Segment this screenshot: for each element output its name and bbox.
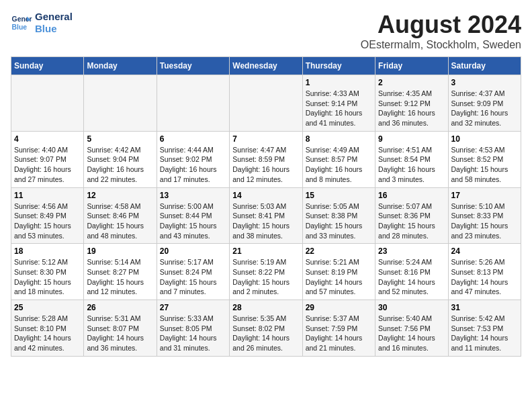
day-number: 19: [87, 246, 153, 256]
day-cell: 6Sunrise: 4:44 AM Sunset: 9:02 PM Daylig…: [157, 131, 229, 187]
day-number: 15: [306, 191, 372, 200]
day-content: Sunrise: 4:35 AM Sunset: 9:12 PM Dayligh…: [378, 89, 445, 128]
day-content: Sunrise: 5:12 AM Sunset: 8:30 PM Dayligh…: [14, 257, 81, 297]
week-row-5: 25Sunrise: 5:28 AM Sunset: 8:10 PM Dayli…: [11, 300, 521, 357]
day-content: Sunrise: 4:37 AM Sunset: 9:09 PM Dayligh…: [451, 89, 518, 128]
day-cell: 3Sunrise: 4:37 AM Sunset: 9:09 PM Daylig…: [448, 75, 521, 132]
day-number: 7: [232, 134, 299, 144]
day-content: Sunrise: 5:03 AM Sunset: 8:41 PM Dayligh…: [232, 201, 299, 241]
week-row-3: 11Sunrise: 4:56 AM Sunset: 8:49 PM Dayli…: [11, 187, 521, 244]
day-number: 28: [232, 303, 299, 312]
day-number: 21: [232, 246, 299, 256]
day-number: 3: [451, 78, 518, 87]
day-cell: 31Sunrise: 5:42 AM Sunset: 7:53 PM Dayli…: [448, 300, 521, 357]
day-content: Sunrise: 4:33 AM Sunset: 9:14 PM Dayligh…: [306, 89, 372, 128]
day-number: 29: [306, 303, 372, 312]
day-cell: [84, 75, 157, 132]
day-number: 22: [306, 246, 372, 256]
day-number: 18: [14, 246, 81, 256]
day-content: Sunrise: 5:33 AM Sunset: 8:05 PM Dayligh…: [160, 314, 226, 353]
day-cell: 5Sunrise: 4:42 AM Sunset: 9:04 PM Daylig…: [84, 131, 157, 187]
header-cell-monday: Monday: [84, 57, 157, 75]
logo-line1: General: [35, 11, 73, 23]
header-cell-wednesday: Wednesday: [230, 57, 302, 75]
day-cell: 30Sunrise: 5:40 AM Sunset: 7:56 PM Dayli…: [375, 300, 448, 357]
day-cell: 18Sunrise: 5:12 AM Sunset: 8:30 PM Dayli…: [11, 244, 84, 300]
day-cell: 13Sunrise: 5:00 AM Sunset: 8:44 PM Dayli…: [157, 187, 229, 244]
day-number: 1: [306, 78, 372, 87]
day-cell: 1Sunrise: 4:33 AM Sunset: 9:14 PM Daylig…: [302, 75, 375, 132]
day-number: 25: [14, 303, 81, 312]
day-number: 13: [160, 191, 226, 200]
day-cell: 22Sunrise: 5:21 AM Sunset: 8:19 PM Dayli…: [302, 244, 375, 300]
day-content: Sunrise: 5:24 AM Sunset: 8:16 PM Dayligh…: [378, 257, 445, 297]
day-number: 8: [306, 134, 372, 144]
day-cell: 9Sunrise: 4:51 AM Sunset: 8:54 PM Daylig…: [375, 131, 448, 187]
title-block: August 2024 OEstermalm, Stockholm, Swede…: [361, 11, 521, 51]
day-cell: 27Sunrise: 5:33 AM Sunset: 8:05 PM Dayli…: [157, 300, 229, 357]
day-cell: 15Sunrise: 5:05 AM Sunset: 8:38 PM Dayli…: [302, 187, 375, 244]
main-title: August 2024: [361, 11, 521, 39]
day-number: 20: [160, 246, 226, 256]
day-content: Sunrise: 4:51 AM Sunset: 8:54 PM Dayligh…: [378, 145, 445, 185]
week-row-1: 1Sunrise: 4:33 AM Sunset: 9:14 PM Daylig…: [11, 75, 521, 132]
day-number: 4: [14, 134, 81, 144]
day-cell: 20Sunrise: 5:17 AM Sunset: 8:24 PM Dayli…: [157, 244, 229, 300]
header-cell-tuesday: Tuesday: [157, 57, 229, 75]
day-cell: 24Sunrise: 5:26 AM Sunset: 8:13 PM Dayli…: [448, 244, 521, 300]
calendar-header-row: SundayMondayTuesdayWednesdayThursdayFrid…: [11, 57, 521, 75]
day-content: Sunrise: 4:53 AM Sunset: 8:52 PM Dayligh…: [451, 145, 518, 185]
day-cell: 4Sunrise: 4:40 AM Sunset: 9:07 PM Daylig…: [11, 131, 84, 187]
day-cell: [157, 75, 229, 132]
day-cell: 21Sunrise: 5:19 AM Sunset: 8:22 PM Dayli…: [230, 244, 302, 300]
day-content: Sunrise: 5:07 AM Sunset: 8:36 PM Dayligh…: [378, 201, 445, 241]
day-cell: 25Sunrise: 5:28 AM Sunset: 8:10 PM Dayli…: [11, 300, 84, 357]
week-row-2: 4Sunrise: 4:40 AM Sunset: 9:07 PM Daylig…: [11, 131, 521, 187]
day-cell: 7Sunrise: 4:47 AM Sunset: 8:59 PM Daylig…: [230, 131, 302, 187]
day-content: Sunrise: 5:14 AM Sunset: 8:27 PM Dayligh…: [87, 257, 153, 297]
day-cell: 28Sunrise: 5:35 AM Sunset: 8:02 PM Dayli…: [230, 300, 302, 357]
day-content: Sunrise: 5:19 AM Sunset: 8:22 PM Dayligh…: [232, 257, 299, 297]
day-content: Sunrise: 4:42 AM Sunset: 9:04 PM Dayligh…: [87, 145, 153, 185]
day-content: Sunrise: 4:47 AM Sunset: 8:59 PM Dayligh…: [232, 145, 299, 185]
day-content: Sunrise: 5:40 AM Sunset: 7:56 PM Dayligh…: [378, 314, 445, 353]
day-content: Sunrise: 4:58 AM Sunset: 8:46 PM Dayligh…: [87, 201, 153, 241]
day-content: Sunrise: 5:35 AM Sunset: 8:02 PM Dayligh…: [232, 314, 299, 353]
day-number: 14: [232, 191, 299, 200]
day-content: Sunrise: 4:40 AM Sunset: 9:07 PM Dayligh…: [14, 145, 81, 185]
day-number: 5: [87, 134, 153, 144]
day-content: Sunrise: 5:37 AM Sunset: 7:59 PM Dayligh…: [306, 314, 372, 353]
day-cell: 23Sunrise: 5:24 AM Sunset: 8:16 PM Dayli…: [375, 244, 448, 300]
day-number: 16: [378, 191, 445, 200]
day-number: 9: [378, 134, 445, 144]
day-cell: 16Sunrise: 5:07 AM Sunset: 8:36 PM Dayli…: [375, 187, 448, 244]
day-number: 23: [378, 246, 445, 256]
subtitle: OEstermalm, Stockholm, Sweden: [361, 39, 521, 51]
day-cell: 14Sunrise: 5:03 AM Sunset: 8:41 PM Dayli…: [230, 187, 302, 244]
day-content: Sunrise: 5:05 AM Sunset: 8:38 PM Dayligh…: [306, 201, 372, 241]
logo-icon: General Blue: [11, 12, 32, 34]
day-content: Sunrise: 5:42 AM Sunset: 7:53 PM Dayligh…: [451, 314, 518, 353]
day-cell: 8Sunrise: 4:49 AM Sunset: 8:57 PM Daylig…: [302, 131, 375, 187]
page-header: General Blue General Blue August 2024 OE…: [11, 11, 521, 51]
week-row-4: 18Sunrise: 5:12 AM Sunset: 8:30 PM Dayli…: [11, 244, 521, 300]
header-cell-saturday: Saturday: [448, 57, 521, 75]
header-cell-thursday: Thursday: [302, 57, 375, 75]
day-content: Sunrise: 5:26 AM Sunset: 8:13 PM Dayligh…: [451, 257, 518, 297]
calendar-table: SundayMondayTuesdayWednesdayThursdayFrid…: [11, 56, 521, 357]
day-number: 31: [451, 303, 518, 312]
day-cell: 12Sunrise: 4:58 AM Sunset: 8:46 PM Dayli…: [84, 187, 157, 244]
day-number: 10: [451, 134, 518, 144]
day-number: 17: [451, 191, 518, 200]
day-cell: 11Sunrise: 4:56 AM Sunset: 8:49 PM Dayli…: [11, 187, 84, 244]
day-cell: 26Sunrise: 5:31 AM Sunset: 8:07 PM Dayli…: [84, 300, 157, 357]
day-content: Sunrise: 5:00 AM Sunset: 8:44 PM Dayligh…: [160, 201, 226, 241]
day-number: 2: [378, 78, 445, 87]
day-cell: 29Sunrise: 5:37 AM Sunset: 7:59 PM Dayli…: [302, 300, 375, 357]
day-number: 27: [160, 303, 226, 312]
day-number: 24: [451, 246, 518, 256]
day-cell: [11, 75, 84, 132]
day-cell: 10Sunrise: 4:53 AM Sunset: 8:52 PM Dayli…: [448, 131, 521, 187]
header-cell-friday: Friday: [375, 57, 448, 75]
day-content: Sunrise: 5:31 AM Sunset: 8:07 PM Dayligh…: [87, 314, 153, 353]
